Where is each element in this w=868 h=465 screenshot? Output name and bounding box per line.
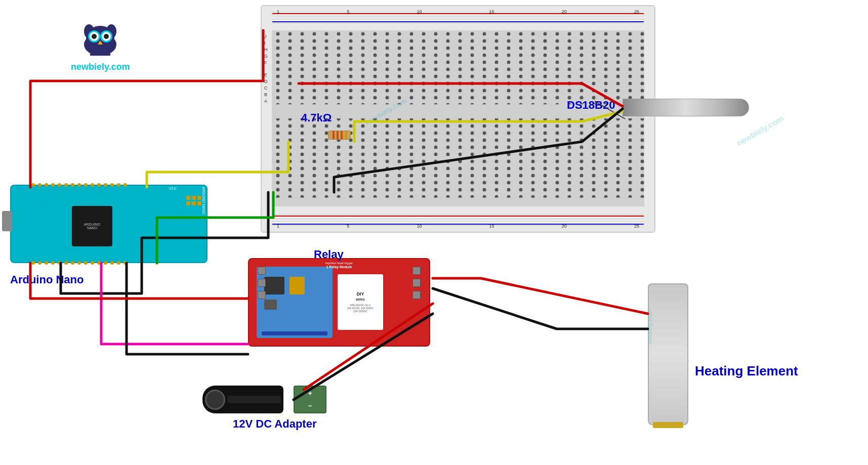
svg-rect-11	[90, 53, 110, 56]
arduino-top-pins	[31, 183, 127, 187]
owl-logo-icon	[80, 10, 120, 56]
dc-adapter-label: 12V DC Adapter	[233, 417, 316, 431]
heating-element-body: newbiely.com	[648, 283, 688, 425]
dc-adapter-cable	[228, 396, 281, 403]
relay-component-1	[290, 277, 305, 294]
svg-rect-15	[272, 118, 644, 198]
relay-screw-terminals-right	[409, 267, 424, 340]
breadboard-rail-bottom-red	[272, 215, 644, 219]
resistor-label: 4.7kΩ	[301, 111, 332, 124]
relay-screw-terminals-left	[254, 267, 269, 340]
relay-label: Relay	[314, 248, 344, 261]
relay-diy-logo: DIY ables SRD-05VDC-SL-C10A 30VDC 10A 28…	[338, 274, 383, 330]
breadboard-column-numbers-bottom: 1510152025	[277, 224, 639, 229]
arduino-nano-label: Arduino Nano	[10, 273, 84, 286]
logo-text: newbiely.com	[71, 62, 130, 72]
arduino-board-label-v: V3.0	[169, 187, 176, 190]
relay-bottom-strip	[262, 331, 327, 335]
ds18b20-probe-body	[623, 99, 749, 116]
relay-module-text: 1 Relay Module	[326, 265, 352, 269]
watermark-right: newbiely.com	[735, 114, 785, 148]
breadboard-rail-top-blue	[272, 19, 644, 23]
arduino-chip: ARDUINONANO	[72, 206, 112, 246]
heating-watermark: newbiely.com	[647, 311, 653, 344]
arduino-board-label-nano: ARDUINO NANO	[202, 187, 205, 214]
heating-element-label: Heating Element	[695, 363, 798, 379]
heating-element-base	[653, 422, 683, 428]
arduino-usb-port	[2, 211, 12, 231]
ds18b20-arrow-svg	[595, 99, 633, 124]
svg-rect-14	[272, 30, 644, 104]
arduino-bottom-pins	[31, 261, 127, 265]
dc-adapter-body	[202, 386, 283, 413]
resistor-body	[328, 131, 351, 140]
svg-point-9	[104, 34, 109, 39]
relay-module: DIY ables SRD-05VDC-SL-C10A 30VDC 10A 28…	[248, 258, 430, 347]
breadboard-row-letters: JIHGF EDCBA	[264, 34, 268, 104]
dc-adapter-connector	[205, 390, 225, 410]
relay-top-text: high/low level trigger	[325, 262, 353, 265]
diagram-container: newbiely.com ARDUINONANO	[0, 0, 868, 465]
dc-adapter-terminal-block: + −	[294, 386, 326, 413]
arduino-watermark: newbiely.com	[26, 195, 62, 213]
svg-point-8	[92, 34, 97, 39]
arduino-icsp-header	[186, 196, 201, 205]
arduino-nano-board: ARDUINONANO	[10, 185, 208, 263]
breadboard-column-numbers-top: 1510152025	[277, 9, 639, 14]
svg-line-16	[595, 101, 625, 119]
logo-area: newbiely.com	[71, 10, 130, 72]
